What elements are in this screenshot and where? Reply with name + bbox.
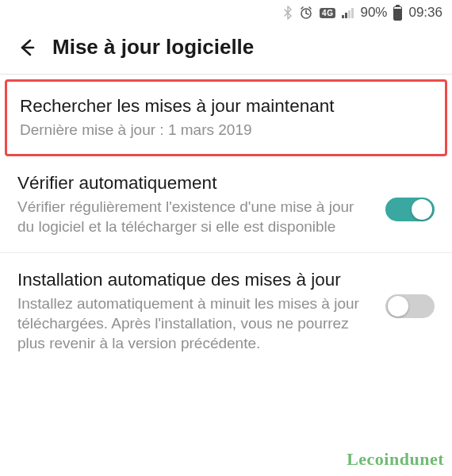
battery-percentage: 90% bbox=[360, 5, 387, 21]
back-button[interactable] bbox=[14, 36, 38, 60]
app-header: Mise à jour logicielle bbox=[0, 25, 452, 75]
status-bar: 4G 90% 09:36 bbox=[0, 0, 452, 25]
bluetooth-icon bbox=[283, 6, 293, 20]
toggle-knob bbox=[412, 199, 432, 220]
toggle-auto-install[interactable] bbox=[385, 294, 435, 318]
toggle-auto-check[interactable] bbox=[385, 198, 435, 221]
toggle-knob bbox=[388, 296, 408, 317]
item-auto-check[interactable]: Vérifier automatiquement Vérifier réguli… bbox=[0, 156, 452, 254]
alarm-icon bbox=[299, 6, 313, 20]
status-clock: 09:36 bbox=[408, 5, 442, 21]
watermark: Lecoindunet bbox=[347, 449, 444, 470]
item-subtitle: Vérifier régulièrement l'existence d'une… bbox=[17, 198, 373, 236]
item-title: Installation automatique des mises à jou… bbox=[17, 269, 373, 291]
item-auto-install[interactable]: Installation automatique des mises à jou… bbox=[0, 253, 452, 369]
battery-icon bbox=[393, 5, 402, 21]
item-subtitle: Dernière mise à jour : 1 mars 2019 bbox=[20, 121, 432, 140]
watermark-text: Lecoindunet bbox=[347, 449, 444, 469]
signal-icon bbox=[342, 7, 354, 18]
item-title: Rechercher les mises à jour maintenant bbox=[20, 95, 432, 117]
item-subtitle: Installez automatiquement à minuit les m… bbox=[17, 294, 373, 353]
network-badge: 4G bbox=[320, 8, 335, 18]
page-title: Mise à jour logicielle bbox=[52, 35, 254, 60]
item-check-updates-now[interactable]: Rechercher les mises à jour maintenant D… bbox=[5, 79, 447, 156]
item-title: Vérifier automatiquement bbox=[17, 172, 373, 194]
